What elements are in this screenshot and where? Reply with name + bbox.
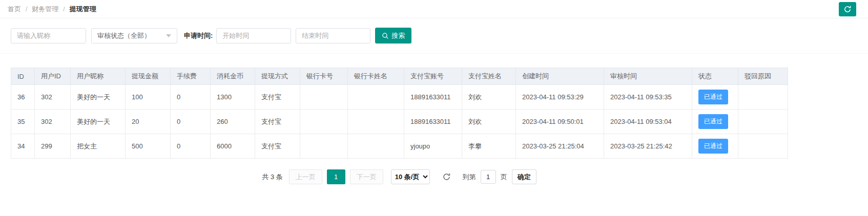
- refresh-icon: [442, 172, 451, 181]
- table-cell: 支付宝: [255, 85, 300, 110]
- table-cell: [738, 134, 788, 159]
- table-cell: 刘欢: [462, 85, 516, 110]
- breadcrumb-finance[interactable]: 财务管理: [32, 5, 58, 14]
- status-cell: 已通过: [692, 85, 738, 110]
- table-row: 34299把女主50006000支付宝yjoupo李攀2023-03-25 21…: [11, 134, 788, 159]
- nickname-input[interactable]: [11, 28, 86, 44]
- table-cell: 美好的一天: [71, 110, 126, 134]
- table-cell: 299: [35, 134, 71, 159]
- column-header: ID: [11, 68, 35, 85]
- table-cell: 2023-03-25 21:25:42: [604, 134, 692, 159]
- table-cell: [348, 110, 404, 134]
- status-badge[interactable]: 已通过: [698, 139, 728, 154]
- total-count-label: 共 3 条: [262, 172, 282, 182]
- prev-page-button[interactable]: 上一页: [289, 169, 322, 184]
- status-badge[interactable]: 已通过: [698, 90, 728, 104]
- start-time-input[interactable]: [216, 28, 291, 44]
- status-badge[interactable]: 已通过: [698, 114, 728, 129]
- column-header: 审核时间: [604, 68, 692, 85]
- pagination-refresh-button[interactable]: [439, 172, 454, 182]
- table-cell: 6000: [211, 134, 255, 159]
- goto-page-label: 到第: [463, 172, 476, 182]
- table-cell: [300, 85, 348, 110]
- table-cell: 18891633011: [404, 85, 462, 110]
- table-cell: 20: [126, 110, 171, 134]
- search-icon: [382, 32, 389, 39]
- end-time-input[interactable]: [296, 28, 370, 44]
- table-cell: [348, 85, 404, 110]
- next-page-button[interactable]: 下一页: [350, 169, 383, 184]
- audit-status-select[interactable]: 审核状态（全部）: [91, 28, 177, 44]
- column-header: 用户昵称: [71, 68, 126, 85]
- column-header: 用户ID: [35, 68, 71, 85]
- table-cell: [738, 110, 788, 134]
- page-size-select[interactable]: 10 条/页: [391, 169, 430, 184]
- breadcrumb: 首页 / 财务管理 / 提现管理: [8, 5, 96, 14]
- column-header: 状态: [692, 68, 738, 85]
- column-header: 银行卡号: [300, 68, 348, 85]
- table-cell: 0: [171, 110, 211, 134]
- withdrawal-table: ID用户ID用户昵称提现金额手续费消耗金币提现方式银行卡号银行卡姓名支付宝账号支…: [11, 68, 788, 159]
- status-cell: 已通过: [692, 110, 738, 134]
- table-cell: 1300: [211, 85, 255, 110]
- table-cell: 2023-04-11 09:53:29: [516, 85, 604, 110]
- table-cell: 刘欢: [462, 110, 516, 134]
- table-row: 35302美好的一天200260支付宝18891633011刘欢2023-04-…: [11, 110, 788, 134]
- column-header: 银行卡姓名: [348, 68, 404, 85]
- table-cell: 18891633011: [404, 110, 462, 134]
- table-cell: 302: [35, 110, 71, 134]
- table-cell: 34: [11, 134, 35, 159]
- column-header: 消耗金币: [211, 68, 255, 85]
- confirm-button[interactable]: 确定: [512, 169, 536, 184]
- table-cell: yjoupo: [404, 134, 462, 159]
- column-header: 驳回原因: [738, 68, 788, 85]
- table-cell: [300, 110, 348, 134]
- table-cell: 36: [11, 85, 35, 110]
- column-header: 支付宝姓名: [462, 68, 516, 85]
- goto-page-input[interactable]: [481, 170, 496, 184]
- table-cell: [738, 85, 788, 110]
- column-header: 手续费: [171, 68, 211, 85]
- table-cell: 260: [211, 110, 255, 134]
- column-header: 支付宝账号: [404, 68, 462, 85]
- table-cell: 2023-04-11 09:53:04: [604, 110, 692, 134]
- breadcrumb-separator: /: [26, 6, 27, 13]
- breadcrumb-home[interactable]: 首页: [8, 5, 21, 14]
- table-cell: [300, 134, 348, 159]
- table-cell: 302: [35, 85, 71, 110]
- table-cell: 李攀: [462, 134, 516, 159]
- audit-status-select-value: 审核状态（全部）: [97, 31, 151, 40]
- table-cell: 500: [126, 134, 171, 159]
- table-cell: 0: [171, 85, 211, 110]
- pagination-bar: 共 3 条 上一页 1 下一页 10 条/页 到第 页 确定: [11, 169, 788, 184]
- chevron-down-icon: [166, 34, 171, 37]
- table-cell: 2023-04-11 09:50:01: [516, 110, 604, 134]
- column-header: 提现方式: [255, 68, 300, 85]
- table-row: 36302美好的一天10001300支付宝18891633011刘欢2023-0…: [11, 85, 788, 110]
- table-cell: 支付宝: [255, 134, 300, 159]
- breadcrumb-separator: /: [63, 6, 65, 13]
- column-header: 提现金额: [126, 68, 171, 85]
- table-header-row: ID用户ID用户昵称提现金额手续费消耗金币提现方式银行卡号银行卡姓名支付宝账号支…: [11, 68, 788, 85]
- breadcrumb-bar: 首页 / 财务管理 / 提现管理: [0, 0, 868, 18]
- search-button[interactable]: 搜索: [375, 28, 411, 44]
- current-page-button[interactable]: 1: [327, 169, 345, 184]
- filter-bar: 审核状态（全部） 申请时间: 搜索: [0, 18, 868, 54]
- table-body: 36302美好的一天10001300支付宝18891633011刘欢2023-0…: [11, 85, 788, 159]
- page-refresh-button[interactable]: [839, 2, 856, 16]
- table-cell: 0: [171, 134, 211, 159]
- table-cell: 100: [126, 85, 171, 110]
- refresh-icon: [843, 5, 852, 13]
- breadcrumb-current: 提现管理: [70, 5, 96, 14]
- column-header: 创建时间: [516, 68, 604, 85]
- table-cell: 2023-03-25 21:25:04: [516, 134, 604, 159]
- table-cell: 35: [11, 110, 35, 134]
- apply-time-label: 申请时间:: [184, 31, 213, 40]
- withdrawal-table-wrap: ID用户ID用户昵称提现金额手续费消耗金币提现方式银行卡号银行卡姓名支付宝账号支…: [11, 68, 788, 159]
- search-button-label: 搜索: [391, 31, 405, 40]
- table-cell: 把女主: [71, 134, 126, 159]
- page-unit-label: 页: [501, 172, 507, 182]
- table-cell: 支付宝: [255, 110, 300, 134]
- table-cell: [348, 134, 404, 159]
- status-cell: 已通过: [692, 134, 738, 159]
